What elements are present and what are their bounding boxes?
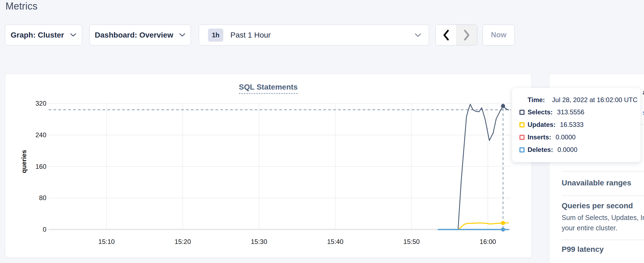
sidebar-link-fragment: s [643,109,644,117]
tooltip-row-value: 0.0000 [556,133,576,141]
sidebar-divider [562,195,644,196]
y-axis-tick-label: 320 [11,100,46,107]
updates-series-swatch-icon [519,122,525,127]
chevron-down-icon [70,33,76,37]
tooltip-row-value: 313.5556 [557,108,584,116]
tooltip-time-label: Time: [528,96,545,104]
time-nav-group [435,25,477,45]
chevron-down-icon [415,33,421,37]
sidebar-item-description-line: your entire cluster. [562,224,617,232]
sidebar-item-unavailable-ranges: Unavailable ranges [562,179,631,187]
x-axis-tick-label: 15:20 [166,238,199,246]
metrics-page: Metrics Graph: Cluster Dashboard: Overvi… [0,0,644,263]
y-axis-tick-label: 160 [11,163,46,170]
tooltip-row-deletes: Deletes: 0.0000 [519,146,640,154]
sidebar-item-queries-per-second: Queries per second [562,201,633,210]
chart-title-wrap: SQL Statements [5,83,532,94]
chevron-left-icon [443,29,449,41]
tooltip-time-value: Jul 28, 2022 at 16:02:00 UTC [552,96,638,104]
graph-dropdown[interactable]: Graph: Cluster [5,25,82,45]
sidebar-divider [562,171,644,172]
tooltip-time-row: Time: Jul 28, 2022 at 16:02:00 UTC [528,96,640,104]
tooltip-row-value: 16.5333 [560,121,584,129]
selects-series-swatch-icon [519,110,525,115]
tooltip-row-label: Selects: [528,108,553,116]
sidebar-divider [562,240,644,240]
x-axis-tick-label: 15:40 [319,238,352,246]
tooltip-row-inserts: Inserts: 0.0000 [519,133,640,141]
chevron-right-icon [464,29,470,41]
x-axis-tick-label: 16:00 [471,238,504,246]
graph-dropdown-label: Graph: Cluster [11,31,64,39]
chart-hover-tooltip: Time: Jul 28, 2022 at 16:02:00 UTC Selec… [512,88,641,162]
tooltip-row-label: Deletes: [528,146,553,154]
time-forward-button[interactable] [456,25,477,45]
dashboard-dropdown[interactable]: Dashboard: Overview [89,25,191,45]
dashboard-dropdown-label: Dashboard: Overview [95,31,173,39]
sidebar-item-p99-latency: P99 latency [562,245,604,254]
time-range-label: Past 1 Hour [230,31,271,39]
tooltip-row-selects: Selects: 313.5556 [519,108,640,116]
page-title: Metrics [5,1,37,12]
x-axis-tick-label: 15:30 [243,238,275,246]
tooltip-row-value: 0.0000 [557,146,577,154]
tooltip-row-label: Inserts: [528,133,551,141]
chevron-down-icon [179,33,185,37]
x-axis-tick-label: 15:50 [395,238,428,246]
y-axis-tick-label: 240 [11,131,46,139]
time-back-button[interactable] [436,25,456,45]
x-axis-tick-label: 15:10 [90,238,123,246]
time-range-selector[interactable]: 1h Past 1 Hour [199,25,429,45]
y-axis-tick-label: 0 [11,226,46,233]
chart-plot-area[interactable] [49,103,511,230]
now-button[interactable]: Now [483,25,515,45]
sidebar-heading-fragment: a [643,88,644,97]
chart-title[interactable]: SQL Statements [239,83,298,94]
inserts-series-swatch-icon [519,135,525,140]
deletes-series-swatch-icon [519,147,525,152]
tooltip-row-updates: Updates: 16.5333 [519,121,640,129]
y-axis-tick-label: 80 [11,194,46,202]
tooltip-row-label: Updates: [528,121,556,129]
sidebar-item-description-line: Sum of Selects, Updates, Inserts [562,214,644,222]
time-range-badge: 1h [208,29,223,42]
